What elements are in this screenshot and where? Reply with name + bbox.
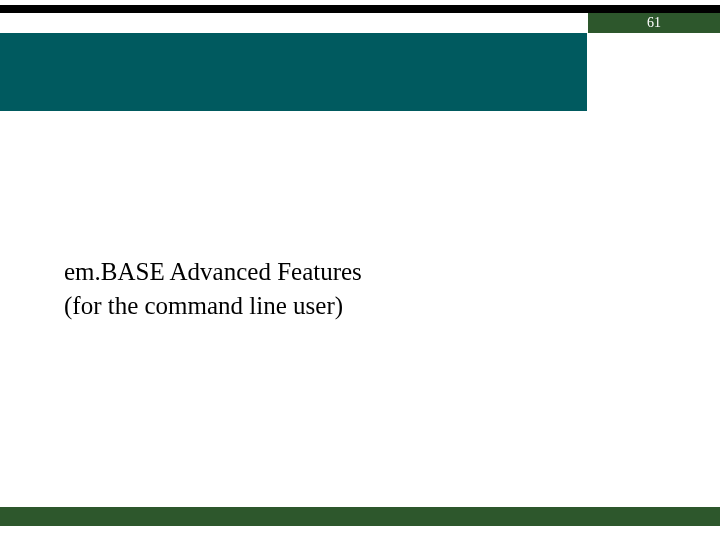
bottom-green-bar xyxy=(0,507,720,526)
page-number-box: 61 xyxy=(588,13,720,33)
top-black-bar xyxy=(0,5,720,13)
slide-content: em.BASE Advanced Features (for the comma… xyxy=(64,255,624,323)
title-line-1: em.BASE Advanced Features xyxy=(64,255,624,289)
title-line-2: (for the command line user) xyxy=(64,289,624,323)
teal-banner xyxy=(0,33,587,111)
page-number: 61 xyxy=(647,15,661,31)
